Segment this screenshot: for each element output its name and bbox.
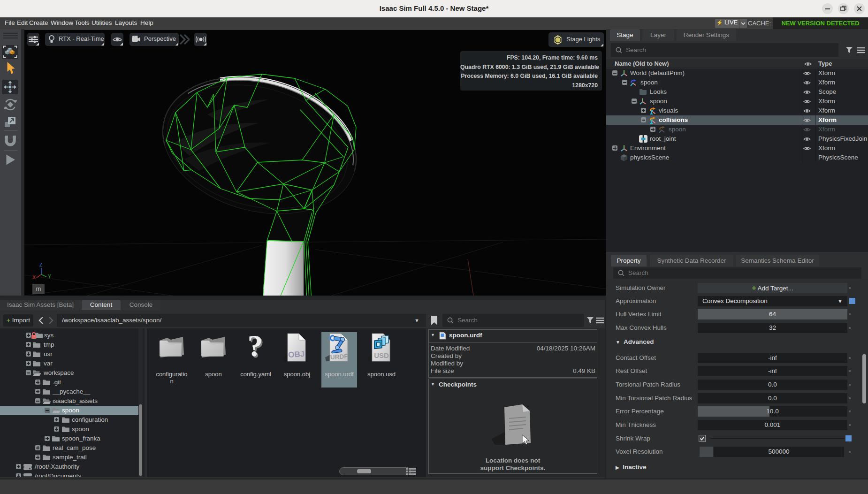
svg-text:Z: Z — [39, 262, 43, 267]
svg-text:URDF: URDF — [330, 353, 348, 361]
svg-text:?: ? — [248, 330, 263, 363]
svg-text:Y: Y — [48, 274, 51, 279]
svg-text:X: X — [32, 274, 36, 280]
svg-text:OBJ: OBJ — [288, 350, 305, 359]
svg-text:USD: USD — [374, 351, 389, 359]
